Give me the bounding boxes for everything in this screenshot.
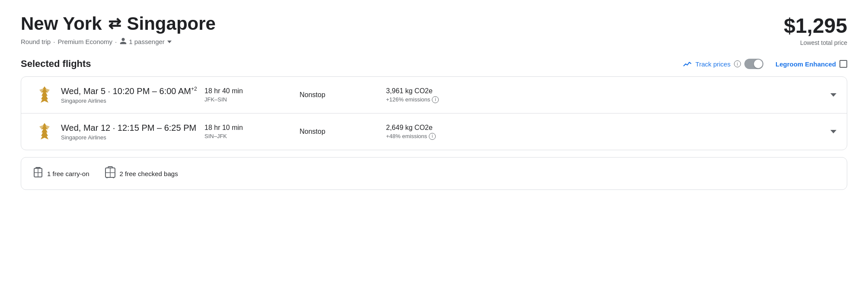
duration-route-1: JFK–SIN <box>204 96 300 103</box>
expand-chevron-icon-2 <box>830 130 836 133</box>
flight-date-2: Wed, Mar 12 <box>61 123 110 133</box>
header-left: New York ⇄ Singapore Round trip · Premiu… <box>21 14 216 46</box>
svg-point-8 <box>106 177 108 178</box>
carryon-bag-icon <box>33 167 43 180</box>
bag-item-checked: 2 free checked bags <box>105 166 178 181</box>
route-arrow-icon: ⇄ <box>108 15 121 32</box>
flight-duration-2: 18 hr 10 min SIN–JFK <box>204 124 300 139</box>
duration-route-2: SIN–JFK <box>204 133 300 139</box>
destination-city: Singapore <box>127 14 216 34</box>
flight-airline-2: Singapore Airlines <box>61 134 204 141</box>
flight-stops-2: Nonstop <box>300 128 386 136</box>
flight-row-2: Wed, Mar 12 · 12:15 PM – 6:25 PM Singapo… <box>21 114 847 150</box>
airline-logo-2 <box>32 122 57 141</box>
carryon-label: 1 free carry-on <box>47 170 89 177</box>
airline-logo-1 <box>32 85 57 104</box>
co2-sub-2: +48% emissions i <box>386 133 819 140</box>
header-right: $1,295 Lowest total price <box>784 14 847 46</box>
bags-card: 1 free carry-on 2 free checked bags <box>21 157 847 190</box>
track-prices-control[interactable]: Track prices i <box>683 59 763 69</box>
emissions-2: +48% emissions <box>386 133 427 139</box>
flight-dot-2: · <box>113 123 118 133</box>
track-prices-icon <box>683 59 692 69</box>
emissions-1: +126% emissions <box>386 96 430 103</box>
flight-dot-1: · <box>108 86 113 96</box>
legroom-label: Legroom Enhanced <box>775 60 836 68</box>
flight-duration-1: 18 hr 40 min JFK–SIN <box>204 87 300 103</box>
section-title: Selected flights <box>21 58 91 69</box>
trip-type: Round trip <box>21 38 51 45</box>
flight-co2-1: 3,961 kg CO2e +126% emissions i <box>386 87 819 103</box>
trip-meta: Round trip · Premium Economy · 1 passeng… <box>21 37 216 46</box>
day-offset-1: +2 <box>191 86 197 92</box>
track-prices-toggle[interactable] <box>744 59 763 69</box>
flight-time-1: Wed, Mar 5 · 10:20 PM – 6:00 AM+2 <box>61 86 204 96</box>
flight-times-1: 10:20 PM – 6:00 AM+2 <box>113 86 197 96</box>
flight-times-2: 12:15 PM – 6:25 PM <box>118 123 196 133</box>
co2-value-1: 3,961 kg CO2e <box>386 87 819 95</box>
legroom-enhanced-control[interactable]: Legroom Enhanced <box>775 60 847 68</box>
section-controls: Track prices i Legroom Enhanced <box>683 59 847 69</box>
price-label: Lowest total price <box>784 39 847 46</box>
flight-row: Wed, Mar 5 · 10:20 PM – 6:00 AM+2 Singap… <box>21 77 847 114</box>
toggle-knob <box>754 60 763 68</box>
expand-chevron-icon-1 <box>830 93 836 97</box>
track-prices-label: Track prices <box>696 60 731 68</box>
svg-point-9 <box>113 177 114 178</box>
flight-co2-2: 2,649 kg CO2e +48% emissions i <box>386 124 819 140</box>
flight-info-1: Wed, Mar 5 · 10:20 PM – 6:00 AM+2 Singap… <box>57 86 204 104</box>
flights-card: Wed, Mar 5 · 10:20 PM – 6:00 AM+2 Singap… <box>21 76 847 150</box>
cabin-class: Premium Economy <box>57 38 112 45</box>
dot-separator-2: · <box>115 38 117 45</box>
passenger-chevron-icon <box>167 41 172 43</box>
origin-city: New York <box>21 14 102 34</box>
section-header: Selected flights Track prices i Legroom … <box>21 58 847 69</box>
bag-item-carryon: 1 free carry-on <box>33 167 89 180</box>
flight-stops-1: Nonstop <box>300 91 386 99</box>
co2-info-icon-2[interactable]: i <box>429 133 436 140</box>
flight-expand-2[interactable] <box>819 130 836 133</box>
duration-time-1: 18 hr 40 min <box>204 87 300 95</box>
co2-info-icon-1[interactable]: i <box>432 96 439 103</box>
singapore-airlines-logo-1 <box>36 85 53 104</box>
track-prices-info-icon[interactable]: i <box>734 60 741 67</box>
passenger-count: 1 passenger <box>129 38 165 45</box>
flight-time-2: Wed, Mar 12 · 12:15 PM – 6:25 PM <box>61 123 204 133</box>
flight-info-2: Wed, Mar 12 · 12:15 PM – 6:25 PM Singapo… <box>57 123 204 141</box>
flight-date-1: Wed, Mar 5 <box>61 86 105 96</box>
co2-value-2: 2,649 kg CO2e <box>386 124 819 132</box>
duration-time-2: 18 hr 10 min <box>204 124 300 132</box>
route-title: New York ⇄ Singapore <box>21 14 216 34</box>
passenger-selector[interactable]: 1 passenger <box>119 37 172 46</box>
co2-sub-1: +126% emissions i <box>386 96 819 103</box>
person-icon <box>119 37 127 46</box>
total-price: $1,295 <box>784 14 847 38</box>
flight-expand-1[interactable] <box>819 93 836 97</box>
checked-label: 2 free checked bags <box>120 170 178 177</box>
page-header: New York ⇄ Singapore Round trip · Premiu… <box>21 14 847 46</box>
dot-separator-1: · <box>53 38 55 45</box>
flight-airline-1: Singapore Airlines <box>61 98 204 104</box>
singapore-airlines-logo-2 <box>36 122 53 141</box>
legroom-checkbox[interactable] <box>839 60 847 68</box>
checked-bag-icon <box>105 166 115 181</box>
